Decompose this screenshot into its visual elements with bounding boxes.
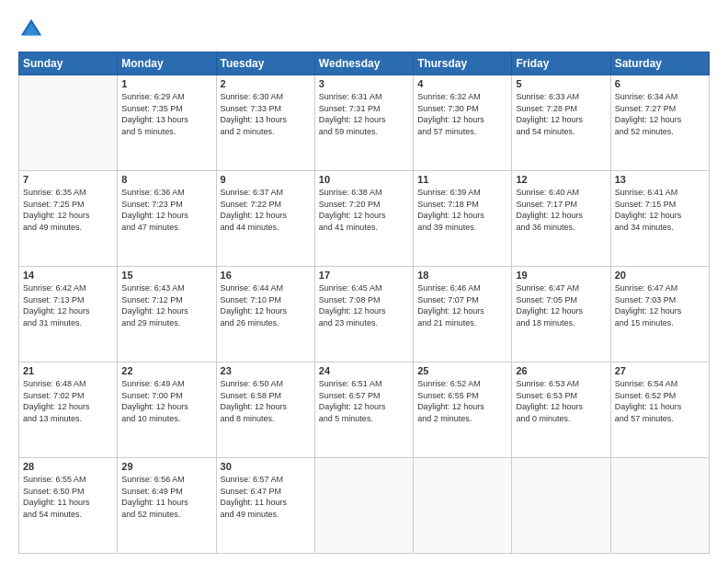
calendar-cell [314,458,413,554]
calendar-cell: 14Sunrise: 6:42 AM Sunset: 7:13 PM Dayli… [19,267,118,362]
calendar-cell: 29Sunrise: 6:56 AM Sunset: 6:49 PM Dayli… [118,458,216,554]
cell-info: Sunrise: 6:47 AM Sunset: 7:05 PM Dayligh… [516,282,606,328]
col-header-wednesday: Wednesday [314,52,413,75]
calendar-cell: 25Sunrise: 6:52 AM Sunset: 6:55 PM Dayli… [414,362,512,458]
cell-info: Sunrise: 6:35 AM Sunset: 7:25 PM Dayligh… [23,187,113,233]
logo-icon [18,17,44,42]
calendar-cell [512,458,610,554]
day-number: 7 [23,174,113,185]
day-number: 8 [121,174,211,185]
cell-info: Sunrise: 6:40 AM Sunset: 7:17 PM Dayligh… [516,187,606,233]
col-header-thursday: Thursday [414,52,512,75]
calendar-cell: 6Sunrise: 6:34 AM Sunset: 7:27 PM Daylig… [610,75,709,171]
header [18,17,710,42]
day-number: 4 [417,78,507,89]
calendar-cell: 20Sunrise: 6:47 AM Sunset: 7:03 PM Dayli… [610,267,709,362]
day-number: 14 [23,270,113,281]
cell-info: Sunrise: 6:55 AM Sunset: 6:50 PM Dayligh… [23,474,113,520]
day-number: 21 [23,365,113,376]
calendar-cell: 22Sunrise: 6:49 AM Sunset: 7:00 PM Dayli… [118,362,216,458]
col-header-monday: Monday [118,52,216,75]
cell-info: Sunrise: 6:54 AM Sunset: 6:52 PM Dayligh… [615,378,705,424]
calendar-cell: 1Sunrise: 6:29 AM Sunset: 7:35 PM Daylig… [118,75,216,171]
calendar-cell: 12Sunrise: 6:40 AM Sunset: 7:17 PM Dayli… [512,171,610,267]
calendar-cell: 26Sunrise: 6:53 AM Sunset: 6:53 PM Dayli… [512,362,610,458]
day-number: 19 [516,270,606,281]
col-header-tuesday: Tuesday [216,52,314,75]
week-row-5: 28Sunrise: 6:55 AM Sunset: 6:50 PM Dayli… [19,458,710,554]
calendar-cell: 10Sunrise: 6:38 AM Sunset: 7:20 PM Dayli… [314,171,413,267]
cell-info: Sunrise: 6:39 AM Sunset: 7:18 PM Dayligh… [417,187,507,233]
cell-info: Sunrise: 6:52 AM Sunset: 6:55 PM Dayligh… [417,378,507,424]
cell-info: Sunrise: 6:51 AM Sunset: 6:57 PM Dayligh… [319,378,409,424]
cell-info: Sunrise: 6:38 AM Sunset: 7:20 PM Dayligh… [319,187,409,233]
day-number: 24 [319,365,409,376]
week-row-4: 21Sunrise: 6:48 AM Sunset: 7:02 PM Dayli… [19,362,710,458]
day-number: 18 [417,270,507,281]
week-row-2: 7Sunrise: 6:35 AM Sunset: 7:25 PM Daylig… [19,171,710,267]
col-header-friday: Friday [512,52,610,75]
day-number: 17 [319,270,409,281]
calendar-cell: 7Sunrise: 6:35 AM Sunset: 7:25 PM Daylig… [19,171,118,267]
cell-info: Sunrise: 6:37 AM Sunset: 7:22 PM Dayligh… [221,187,311,233]
calendar-cell: 23Sunrise: 6:50 AM Sunset: 6:58 PM Dayli… [216,362,314,458]
day-number: 10 [319,174,409,185]
day-number: 28 [23,461,113,472]
cell-info: Sunrise: 6:48 AM Sunset: 7:02 PM Dayligh… [23,378,113,424]
calendar-cell: 17Sunrise: 6:45 AM Sunset: 7:08 PM Dayli… [314,267,413,362]
calendar-cell: 5Sunrise: 6:33 AM Sunset: 7:28 PM Daylig… [512,75,610,171]
cell-info: Sunrise: 6:32 AM Sunset: 7:30 PM Dayligh… [417,91,507,137]
cell-info: Sunrise: 6:34 AM Sunset: 7:27 PM Dayligh… [615,91,705,137]
day-number: 5 [516,78,606,89]
calendar-cell: 3Sunrise: 6:31 AM Sunset: 7:31 PM Daylig… [314,75,413,171]
calendar-cell [610,458,709,554]
day-number: 30 [221,461,311,472]
logo [18,17,48,42]
day-number: 27 [615,365,705,376]
calendar-cell: 24Sunrise: 6:51 AM Sunset: 6:57 PM Dayli… [314,362,413,458]
cell-info: Sunrise: 6:36 AM Sunset: 7:23 PM Dayligh… [121,187,211,233]
day-number: 3 [319,78,409,89]
cell-info: Sunrise: 6:56 AM Sunset: 6:49 PM Dayligh… [121,474,211,520]
day-number: 23 [221,365,311,376]
calendar-cell: 19Sunrise: 6:47 AM Sunset: 7:05 PM Dayli… [512,267,610,362]
cell-info: Sunrise: 6:43 AM Sunset: 7:12 PM Dayligh… [121,282,211,328]
col-header-sunday: Sunday [19,52,118,75]
day-number: 20 [615,270,705,281]
calendar-cell: 18Sunrise: 6:46 AM Sunset: 7:07 PM Dayli… [414,267,512,362]
day-number: 13 [615,174,705,185]
day-number: 12 [516,174,606,185]
col-header-saturday: Saturday [610,52,709,75]
calendar-cell: 9Sunrise: 6:37 AM Sunset: 7:22 PM Daylig… [216,171,314,267]
day-number: 1 [121,78,211,89]
calendar-cell: 2Sunrise: 6:30 AM Sunset: 7:33 PM Daylig… [216,75,314,171]
calendar-cell: 13Sunrise: 6:41 AM Sunset: 7:15 PM Dayli… [610,171,709,267]
calendar-cell [19,75,118,171]
calendar-cell: 8Sunrise: 6:36 AM Sunset: 7:23 PM Daylig… [118,171,216,267]
calendar-cell: 15Sunrise: 6:43 AM Sunset: 7:12 PM Dayli… [118,267,216,362]
day-number: 25 [417,365,507,376]
page: SundayMondayTuesdayWednesdayThursdayFrid… [0,0,728,563]
cell-info: Sunrise: 6:50 AM Sunset: 6:58 PM Dayligh… [221,378,311,424]
cell-info: Sunrise: 6:29 AM Sunset: 7:35 PM Dayligh… [121,91,211,137]
day-number: 11 [417,174,507,185]
cell-info: Sunrise: 6:33 AM Sunset: 7:28 PM Dayligh… [516,91,606,137]
calendar-cell: 11Sunrise: 6:39 AM Sunset: 7:18 PM Dayli… [414,171,512,267]
header-row: SundayMondayTuesdayWednesdayThursdayFrid… [19,52,710,75]
calendar-table: SundayMondayTuesdayWednesdayThursdayFrid… [18,52,710,554]
day-number: 2 [221,78,311,89]
week-row-3: 14Sunrise: 6:42 AM Sunset: 7:13 PM Dayli… [19,267,710,362]
cell-info: Sunrise: 6:53 AM Sunset: 6:53 PM Dayligh… [516,378,606,424]
cell-info: Sunrise: 6:47 AM Sunset: 7:03 PM Dayligh… [615,282,705,328]
day-number: 6 [615,78,705,89]
calendar-cell: 4Sunrise: 6:32 AM Sunset: 7:30 PM Daylig… [414,75,512,171]
day-number: 16 [221,270,311,281]
calendar-cell [414,458,512,554]
calendar-cell: 16Sunrise: 6:44 AM Sunset: 7:10 PM Dayli… [216,267,314,362]
cell-info: Sunrise: 6:45 AM Sunset: 7:08 PM Dayligh… [319,282,409,328]
cell-info: Sunrise: 6:57 AM Sunset: 6:47 PM Dayligh… [221,474,311,520]
cell-info: Sunrise: 6:42 AM Sunset: 7:13 PM Dayligh… [23,282,113,328]
calendar-cell: 21Sunrise: 6:48 AM Sunset: 7:02 PM Dayli… [19,362,118,458]
cell-info: Sunrise: 6:46 AM Sunset: 7:07 PM Dayligh… [417,282,507,328]
day-number: 29 [121,461,211,472]
